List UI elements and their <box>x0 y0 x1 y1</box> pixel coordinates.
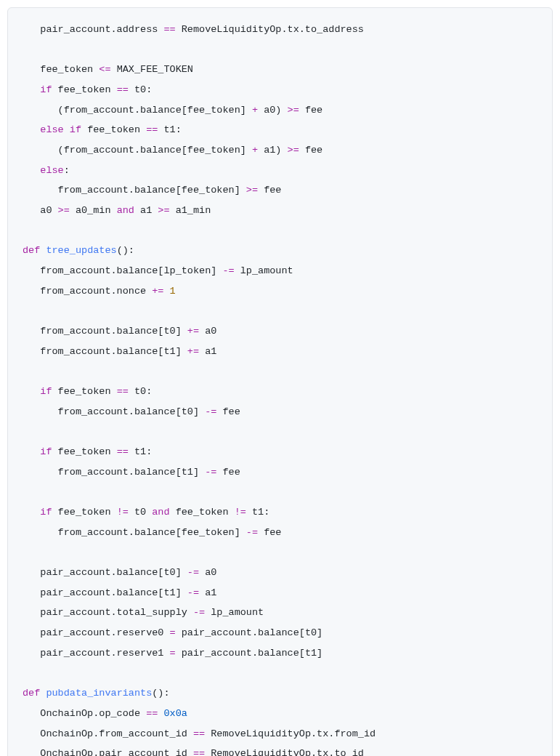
code-line: from_account.balance[t0] += a0 <box>23 321 537 342</box>
code-line: OnchainOp.from_account_id == RemoveLiqui… <box>23 724 537 744</box>
code-line: from_account.balance[fee_token] -= fee <box>23 523 537 543</box>
code-line: pair_account.total_supply -= lp_amount <box>23 603 537 623</box>
code-line: pair_account.balance[t0] -= a0 <box>23 563 537 583</box>
code-line <box>23 361 537 382</box>
code-line <box>23 221 537 241</box>
code-line: a0 >= a0_min and a1 >= a1_min <box>23 201 537 221</box>
code-line: pair_account.reserve1 = pair_account.bal… <box>23 643 537 664</box>
code-line: if fee_token == t1: <box>23 442 537 462</box>
code-line <box>23 422 537 442</box>
code-line: pair_account.balance[t1] -= a1 <box>23 583 537 603</box>
code-line: from_account.balance[t1] += a1 <box>23 342 537 362</box>
code-line: OnchainOp.pair_account_id == RemoveLiqui… <box>23 744 537 756</box>
code-line: if fee_token != t0 and fee_token != t1: <box>23 502 537 523</box>
code-line: (from_account.balance[fee_token] + a0) >… <box>23 100 537 121</box>
code-line: def tree_updates(): <box>23 241 537 261</box>
code-block: pair_account.address == RemoveLiquidityO… <box>7 7 553 756</box>
code-line <box>23 40 537 60</box>
code-line: (from_account.balance[fee_token] + a1) >… <box>23 140 537 161</box>
code-line: from_account.nonce += 1 <box>23 281 537 302</box>
code-line <box>23 301 537 321</box>
code-line: from_account.balance[t0] -= fee <box>23 402 537 422</box>
code-line <box>23 664 537 684</box>
code-line: if fee_token == t0: <box>23 80 537 100</box>
code-line: fee_token <= MAX_FEE_TOKEN <box>23 60 537 80</box>
code-line: from_account.balance[t1] -= fee <box>23 462 537 483</box>
code-line: OnchainOp.op_code == 0x0a <box>23 704 537 724</box>
code-line <box>23 542 537 563</box>
code-line: pair_account.reserve0 = pair_account.bal… <box>23 623 537 643</box>
code-line <box>23 482 537 502</box>
code-line: if fee_token == t0: <box>23 382 537 402</box>
code-lines-container: pair_account.address == RemoveLiquidityO… <box>23 20 537 756</box>
code-line: def pubdata_invariants(): <box>23 683 537 704</box>
code-line: from_account.balance[fee_token] >= fee <box>23 180 537 201</box>
code-line: from_account.balance[lp_token] -= lp_amo… <box>23 261 537 281</box>
code-line: else if fee_token == t1: <box>23 120 537 140</box>
code-line: else: <box>23 161 537 181</box>
code-line: pair_account.address == RemoveLiquidityO… <box>23 20 537 40</box>
